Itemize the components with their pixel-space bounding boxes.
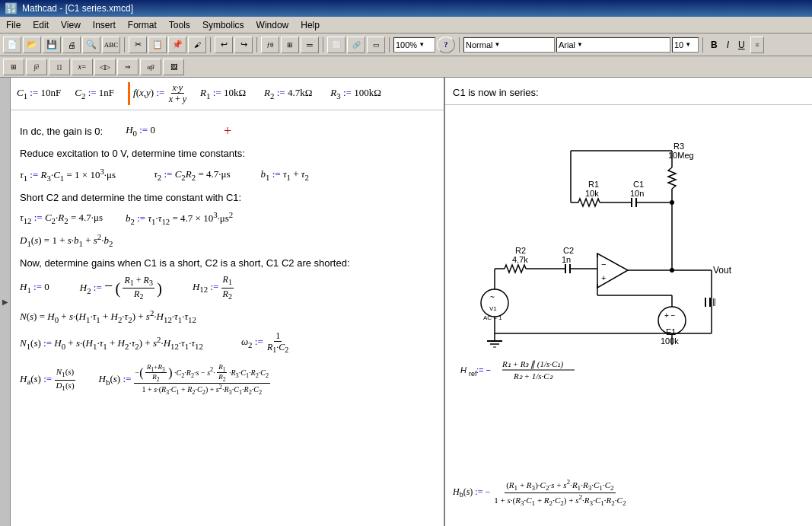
bold-button[interactable]: B: [707, 37, 721, 53]
sep3: [256, 37, 257, 53]
math-btn-8[interactable]: 🖼: [163, 59, 184, 75]
sep4: [323, 37, 323, 53]
redo-button[interactable]: ↪: [234, 37, 253, 53]
c2-value: 1n: [562, 255, 571, 264]
c1-def: C1 := 10nF: [17, 87, 61, 100]
math-btn-6[interactable]: ⇒: [117, 59, 139, 75]
spell-button[interactable]: ABC: [102, 37, 120, 53]
menu-window[interactable]: Window: [250, 17, 295, 33]
r2-value: 4.7k: [512, 255, 528, 264]
c2-def: C2 := 1nF: [75, 87, 114, 100]
undo-button[interactable]: ↩: [215, 37, 233, 53]
zoom-value: 100%: [396, 40, 417, 49]
math-btn-2[interactable]: ∫∂: [26, 59, 47, 75]
hb-def: Hb(s) := −( R1+R3 R2 ) ·C2·R2·s − s2·: [99, 363, 271, 397]
tau12-row: τ12 := C2·R2 = 4.7·μs b2 := τ1·τ12 = 4.7…: [20, 209, 435, 228]
menu-file[interactable]: File: [0, 17, 27, 33]
menu-edit[interactable]: Edit: [27, 17, 55, 33]
component1-button[interactable]: ⬜: [327, 37, 345, 53]
h12-def: H12 := R1 R2: [193, 274, 234, 301]
tau12-def: τ12 := C2·R2 = 4.7·μs: [20, 210, 103, 227]
font-arrow: ▼: [577, 41, 583, 48]
opamp-minus: −: [601, 260, 606, 269]
style-select[interactable]: Normal ▼: [463, 37, 555, 53]
output-cap: ‖: [712, 298, 716, 306]
r1-label: R1: [588, 180, 599, 189]
format-paint-button[interactable]: 🖌: [188, 37, 206, 53]
r3-def: R3 := 100kΩ: [330, 87, 381, 100]
gains-text: Now, determine gains when C1 is a short,…: [20, 256, 435, 271]
href-den: R₂ + 1/s·C₂: [513, 371, 553, 381]
reduce-text: Reduce excitation to 0 V, determine time…: [20, 146, 435, 161]
right-header-text: C1 is now in series:: [453, 87, 539, 98]
formula-header-row: C1 := 10nF C2 := 1nF f(x,y) := x·y x + y…: [11, 78, 444, 110]
math-btn-7[interactable]: αβ: [140, 59, 161, 75]
tau2-def: τ2 := C2R2 = 4.7·μs: [154, 167, 230, 183]
insert-graph-button[interactable]: ƒθ: [261, 37, 279, 53]
size-select[interactable]: 10 ▼: [672, 37, 699, 53]
style-arrow: ▼: [494, 41, 500, 48]
zoom-select[interactable]: 100% ▼: [393, 37, 435, 53]
v1-symbol: [481, 289, 508, 317]
menu-bar: File Edit View Insert Format Tools Symbo…: [0, 17, 812, 33]
menu-format[interactable]: Format: [122, 17, 163, 33]
copy-button[interactable]: 📋: [148, 37, 167, 53]
size-value: 10: [674, 40, 683, 49]
e1-value: 100k: [661, 336, 679, 346]
style-value: Normal: [466, 40, 492, 49]
v1-value: AC = 1: [483, 314, 502, 321]
main-content: In dc, the gain is 0: H0 := 0 + Reduce e…: [11, 110, 444, 411]
circuit-svg: R3 10Meg R1 10k C1 10n: [453, 135, 812, 379]
font-select[interactable]: Arial ▼: [556, 37, 670, 53]
italic-button[interactable]: I: [723, 37, 733, 53]
d1-def: D1(s) = 1 + s·b1 + s2·b2: [20, 231, 435, 250]
underline-button[interactable]: U: [734, 37, 749, 53]
short-c2-text: Short C2 and determine the time constant…: [20, 190, 435, 206]
print-button[interactable]: 🖨: [62, 37, 81, 53]
menu-tools[interactable]: Tools: [163, 17, 196, 33]
main-area: ▶ C1 := 10nF C2 := 1nF f(x,y) := x·y x +…: [0, 78, 812, 526]
menu-view[interactable]: View: [55, 17, 87, 33]
math-btn-1[interactable]: ⊞: [3, 59, 24, 75]
sep6: [459, 37, 460, 53]
align-button[interactable]: ≡: [750, 37, 764, 53]
math-btn-3[interactable]: []: [49, 59, 70, 75]
opamp-plus: +: [601, 273, 606, 282]
insert-matrix-button[interactable]: ⊞: [281, 37, 299, 53]
open-button[interactable]: 📂: [23, 37, 41, 53]
menu-symbolics[interactable]: Symbolics: [196, 17, 250, 33]
h1-def: H1 := 0: [20, 279, 49, 296]
vout-label: Vout: [713, 265, 732, 276]
r2-label: R2: [515, 246, 526, 255]
component3-button[interactable]: ▭: [367, 37, 385, 53]
href-num: R₁ + R₃ ‖ (1/s·C₁): [502, 359, 563, 369]
math-btn-4[interactable]: x=: [72, 59, 93, 75]
component2-button[interactable]: 🔗: [347, 37, 365, 53]
toolbar-math: ⊞ ∫∂ [] x= ◁▷ ⇒ αβ 🖼: [0, 56, 812, 78]
menu-insert[interactable]: Insert: [87, 17, 122, 33]
r2-def: R2 := 4.7kΩ: [264, 87, 312, 100]
paste-button[interactable]: 📌: [168, 37, 186, 53]
cut-button[interactable]: ✂: [129, 37, 147, 53]
tau-row: τ1 := R3·C1 = 1 × 103·μs τ2 := C2R2 = 4.…: [20, 165, 435, 184]
new-button[interactable]: 📄: [3, 37, 21, 53]
c1-label: C1: [633, 180, 644, 189]
math-btn-5[interactable]: ◁▷: [94, 59, 116, 75]
save-button[interactable]: 💾: [43, 37, 61, 53]
n1-row: N1(s) := H0 + s·(H1·τ1 + H2·τ2) + s2·H12…: [20, 330, 435, 355]
v1-wave: ~: [490, 293, 495, 301]
menu-help[interactable]: Help: [295, 17, 326, 33]
help-button[interactable]: ?: [437, 37, 455, 53]
sep2: [210, 37, 211, 53]
href-assign: := −: [476, 365, 491, 375]
right-header-row: C1 is now in series:: [445, 78, 812, 105]
b1-def: b1 := τ1 + τ2: [261, 167, 309, 183]
preview-button[interactable]: 🔍: [82, 37, 100, 53]
r1-value: 10k: [585, 189, 599, 198]
ruler-arrow: ▶: [2, 298, 8, 306]
insert-eq-button[interactable]: ═: [301, 37, 319, 53]
ns-def: N(s) = H0 + s·(H1·τ1 + H2·τ2) + s2·H12·τ…: [20, 307, 435, 326]
sep5: [389, 37, 390, 53]
c2-label: C2: [563, 246, 574, 255]
b2-def: b2 := τ1·τ12 = 4.7 × 103·μs2: [126, 209, 233, 228]
